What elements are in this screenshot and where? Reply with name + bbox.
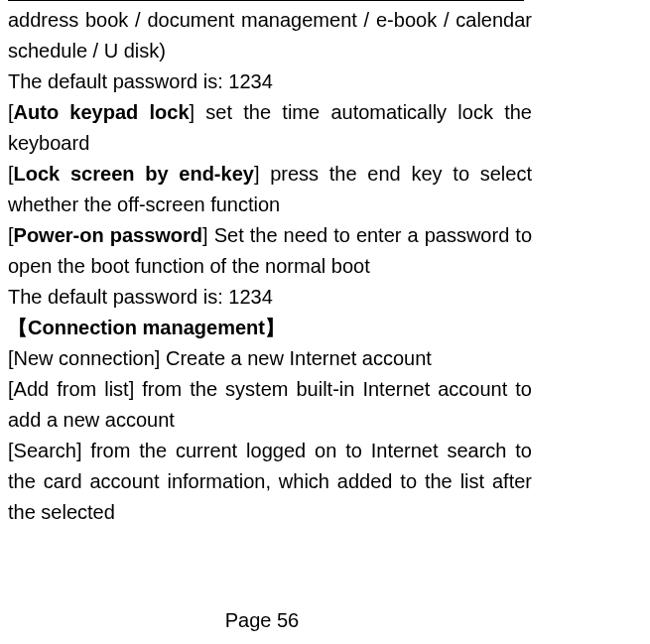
heading-connection-management: 【Connection management】 xyxy=(8,313,532,343)
document-body: address book / document management / e-b… xyxy=(8,5,532,528)
paragraph-new-connection: [New connection] Create a new Internet a… xyxy=(8,343,532,374)
label-power-on: Power-on password xyxy=(14,224,203,246)
paragraph-address-book: address book / document management / e-b… xyxy=(8,5,532,66)
paragraph-power-on: [Power-on password] Set the need to ente… xyxy=(8,220,532,282)
paragraph-default-password-2: The default password is: 1234 xyxy=(8,282,532,313)
paragraph-lock-screen: [Lock screen by end-key] press the end k… xyxy=(8,159,532,220)
paragraph-auto-keypad-lock: [Auto keypad lock] set the time automati… xyxy=(8,97,532,159)
horizontal-rule xyxy=(8,0,524,1)
document-page: address book / document management / e-b… xyxy=(0,0,650,644)
page-number: Page 56 xyxy=(0,609,524,632)
label-lock-screen: Lock screen by end-key xyxy=(14,163,254,185)
paragraph-search: [Search] from the current logged on to I… xyxy=(8,436,532,528)
paragraph-default-password-1: The default password is: 1234 xyxy=(8,66,532,97)
paragraph-add-from-list: [Add from list] from the system built-in… xyxy=(8,374,532,436)
label-auto-keypad-lock: Auto keypad lock xyxy=(14,101,190,123)
